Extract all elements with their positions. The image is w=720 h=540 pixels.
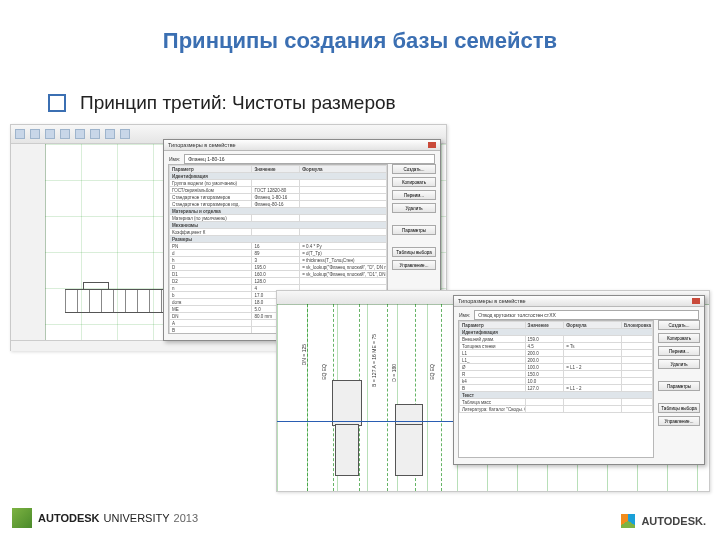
param-grid[interactable]: ПараметрЗначениеФормулаБлокировкаИдентиф… — [458, 320, 654, 458]
clone-button[interactable]: Копировать — [658, 333, 700, 343]
param-row[interactable]: Стандартное типоразмеров изд.Фланец-80-1… — [170, 201, 387, 208]
param-row[interactable]: Коэффициент К — [170, 229, 387, 236]
part — [335, 424, 359, 476]
type-label: Имя: — [169, 156, 180, 162]
bullet-row: Принцип третий: Чистоты размеров — [48, 92, 396, 114]
col-header: Значение — [252, 166, 300, 173]
param-row[interactable]: ГОСТ/серия/альбомГОСТ 12820-80 — [170, 187, 387, 194]
part — [395, 404, 423, 426]
param-row[interactable]: B127.0= L1 - 2 — [460, 385, 653, 392]
toolbar-icon[interactable] — [15, 129, 25, 139]
dialog-buttons: Создать... Копировать Переим... Удалить … — [658, 320, 700, 426]
toolbar-icon[interactable] — [60, 129, 70, 139]
autodesk-logo-icon — [621, 514, 635, 528]
dim-label: EQ EQ — [321, 364, 327, 380]
group-row: Механизмы — [170, 222, 387, 229]
lookup-tables-button[interactable]: Таблицы выбора — [658, 403, 700, 413]
rename-button[interactable]: Переим... — [658, 346, 700, 356]
footer-left: AUTODESK UNIVERSITY 2013 — [12, 508, 198, 528]
dim-label: DN = 125 — [301, 344, 307, 365]
param-row[interactable]: D1160.0= vk_lookup("Фланец плоский", "D1… — [170, 271, 387, 278]
au-badge-icon — [12, 508, 32, 528]
manage-button[interactable]: Управление... — [658, 416, 700, 426]
group-row: Идентификация — [460, 329, 653, 336]
dim-label: EQ EQ — [429, 364, 435, 380]
type-value: Фланец 1-80-16 — [188, 156, 224, 162]
param-row[interactable]: h3= thickness(Т_ТолщСтен) — [170, 257, 387, 264]
param-row[interactable]: Внешний диам.159.0 — [460, 336, 653, 343]
col-header: Блокировка — [622, 322, 653, 329]
dialog-title: Типоразмеры в семействе — [168, 142, 236, 148]
screenshot-right: Опорный уровень DN = 125 EQ EQ B = 127 A… — [276, 290, 710, 492]
param-row[interactable]: PN16= 0.4 * Py — [170, 243, 387, 250]
param-row[interactable]: k410.0 — [460, 378, 653, 385]
param-row[interactable]: Ø100.0= L1 - 2 — [460, 364, 653, 371]
close-icon[interactable] — [692, 298, 700, 304]
toolbar-icon[interactable] — [120, 129, 130, 139]
toolbar-icon[interactable] — [90, 129, 100, 139]
bullet-marker-icon — [48, 94, 66, 112]
lookup-tables-button[interactable]: Таблицы выбора — [392, 247, 436, 257]
param-row[interactable]: D195.0= vk_lookup("Фланец плоский", "D",… — [170, 264, 387, 271]
dialog-title: Типоразмеры в семействе — [458, 298, 526, 304]
group-row: Размеры — [170, 236, 387, 243]
type-combo[interactable]: Отвод крутоизог толстостен стХХ — [474, 310, 699, 320]
col-header: Формула — [564, 322, 622, 329]
slide-title: Принципы создания базы семейств — [0, 28, 720, 54]
delete-button[interactable]: Удалить — [392, 203, 436, 213]
footer-year: 2013 — [174, 512, 198, 524]
part — [332, 380, 362, 426]
params-button[interactable]: Параметры — [392, 225, 436, 235]
toolbar-icon[interactable] — [45, 129, 55, 139]
toolbar-icon[interactable] — [30, 129, 40, 139]
param-row[interactable]: d89= d(Т_Тр) — [170, 250, 387, 257]
param-row[interactable]: L1_200.0 — [460, 357, 653, 364]
close-icon[interactable] — [428, 142, 436, 148]
param-row[interactable]: L1200.0 — [460, 350, 653, 357]
footer-brand-b: UNIVERSITY — [104, 512, 170, 524]
param-row[interactable]: Группа модели (по умолчанию) — [170, 180, 387, 187]
type-combo[interactable]: Фланец 1-80-16 — [184, 154, 435, 164]
footer-right: AUTODESK. — [621, 514, 706, 528]
type-value: Отвод крутоизог толстостен стХХ — [478, 312, 556, 318]
group-row: Текст — [460, 392, 653, 399]
new-button[interactable]: Создать... — [658, 320, 700, 330]
new-button[interactable]: Создать... — [392, 164, 436, 174]
part — [395, 424, 423, 476]
param-row[interactable]: Таблица масс — [460, 399, 653, 406]
param-row[interactable]: Литература: Каталог "Своды. Отводы круто… — [460, 406, 653, 413]
col-header: Параметр — [460, 322, 526, 329]
group-row: Материалы и отделка — [170, 208, 387, 215]
manage-button[interactable]: Управление... — [392, 260, 436, 270]
properties-palette — [11, 144, 46, 341]
dialog-titlebar: Типоразмеры в семействе — [164, 140, 440, 151]
param-row[interactable]: Стандартное типоразмеровФланец 1-80-16 — [170, 194, 387, 201]
toolbar-icon[interactable] — [105, 129, 115, 139]
col-header: Формула — [300, 166, 387, 173]
bullet-text: Принцип третий: Чистоты размеров — [80, 92, 396, 114]
col-header: Параметр — [170, 166, 252, 173]
param-row[interactable]: D2128.0 — [170, 278, 387, 285]
rename-button[interactable]: Переим... — [392, 190, 436, 200]
col-header: Значение — [525, 322, 564, 329]
dialog-titlebar: Типоразмеры в семействе — [454, 296, 704, 307]
param-row[interactable]: Толщина стенки4.5= Ts — [460, 343, 653, 350]
types-dialog: Типоразмеры в семействе Имя: Отвод круто… — [453, 295, 705, 465]
footer-brand-a: AUTODESK — [38, 512, 100, 524]
dim-label: D = 180 — [391, 364, 397, 382]
params-button[interactable]: Параметры — [658, 381, 700, 391]
type-label: Имя: — [459, 312, 470, 318]
delete-button[interactable]: Удалить — [658, 359, 700, 369]
dialog-buttons: Создать... Копировать Переим... Удалить … — [392, 164, 436, 270]
clone-button[interactable]: Копировать — [392, 177, 436, 187]
footer-right-brand: AUTODESK. — [641, 515, 706, 527]
param-row[interactable]: Материал (по умолчанию) — [170, 215, 387, 222]
dim-label: B = 127 A = 16 МЕ = 75 — [371, 334, 377, 387]
toolbar-icon[interactable] — [75, 129, 85, 139]
param-row[interactable]: R150.0 — [460, 371, 653, 378]
group-row: Идентификация — [170, 173, 387, 180]
